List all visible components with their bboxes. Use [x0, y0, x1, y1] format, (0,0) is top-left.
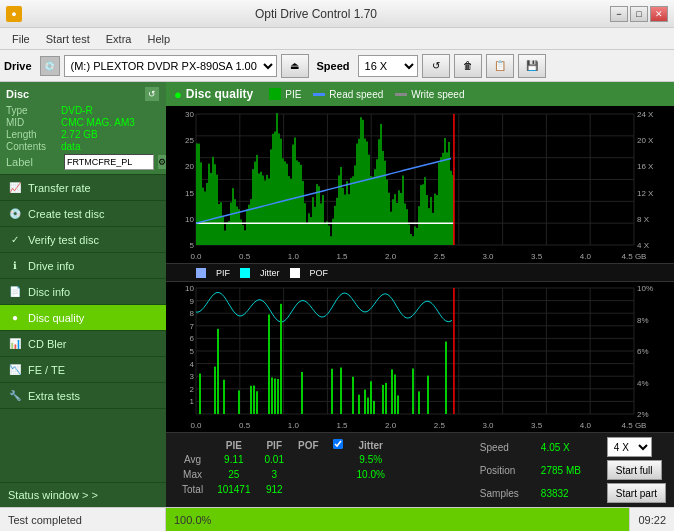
- legend-read-label: Read speed: [329, 89, 383, 100]
- speed-value: 4.05 X: [541, 442, 601, 453]
- sidebar-item-extra-tests[interactable]: 🔧 Extra tests: [0, 383, 166, 409]
- start-full-button[interactable]: Start full: [607, 460, 662, 480]
- disc-refresh-button[interactable]: ↺: [144, 86, 160, 102]
- title-bar: ● Opti Drive Control 1.70 − □ ✕: [0, 0, 674, 28]
- legend-read: Read speed: [329, 89, 383, 100]
- extra-tests-icon: 🔧: [8, 389, 22, 403]
- bottom-chart: [166, 282, 674, 432]
- speed-row: Speed 4.05 X 4 X: [480, 437, 666, 457]
- disc-info-icon: 📄: [8, 285, 22, 299]
- sidebar-item-cd-bler[interactable]: 📊 CD Bler: [0, 331, 166, 357]
- status-window-button[interactable]: Status window > >: [0, 483, 166, 507]
- sidebar-item-disc-info[interactable]: 📄 Disc info: [0, 279, 166, 305]
- status-text: Test completed: [0, 508, 166, 531]
- erase-button[interactable]: 🗑: [454, 54, 482, 78]
- progress-text: 100.0%: [166, 514, 211, 526]
- position-key: Position: [480, 465, 535, 476]
- sidebar-item-drive-info[interactable]: ℹ Drive info: [0, 253, 166, 279]
- cd-bler-label: CD Bler: [28, 338, 67, 350]
- transfer-rate-icon: 📈: [8, 181, 22, 195]
- table-row: Max 25 3 10.0%: [176, 468, 391, 481]
- disc-length-label: Length: [6, 129, 61, 140]
- close-button[interactable]: ✕: [650, 6, 668, 22]
- jitter-checkbox[interactable]: [333, 439, 343, 449]
- row-max-label: Max: [176, 468, 209, 481]
- sidebar-item-fe-te[interactable]: 📉 FE / TE: [0, 357, 166, 383]
- disc-mid-value: CMC MAG. AM3: [61, 117, 135, 128]
- save-button[interactable]: 💾: [518, 54, 546, 78]
- disc-panel-title: Disc: [6, 88, 29, 100]
- start-part-button[interactable]: Start part: [607, 483, 666, 503]
- col-pof: POF: [292, 439, 325, 451]
- fe-te-icon: 📉: [8, 363, 22, 377]
- maximize-button[interactable]: □: [630, 6, 648, 22]
- cd-bler-icon: 📊: [8, 337, 22, 351]
- progress-container: 100.0%: [166, 508, 630, 531]
- verify-test-disc-label: Verify test disc: [28, 234, 99, 246]
- disc-length-value: 2.72 GB: [61, 129, 98, 140]
- samples-value: 83832: [541, 488, 601, 499]
- samples-row: Samples 83832 Start part: [480, 483, 666, 503]
- speed-right-select[interactable]: 4 X: [607, 437, 652, 457]
- disc-type-value: DVD-R: [61, 105, 93, 116]
- disc-contents-value: data: [61, 141, 80, 152]
- legend-pie: PIE: [285, 89, 301, 100]
- status-bar: Test completed 100.0% 09:22: [0, 507, 674, 531]
- row-avg-jitter: 9.5%: [351, 453, 391, 466]
- table-row: Total 101471 912: [176, 483, 391, 496]
- row-max-pif: 3: [259, 468, 290, 481]
- transfer-rate-label: Transfer rate: [28, 182, 91, 194]
- legend-pie-label: PIE: [285, 89, 301, 100]
- chart-header: ● Disc quality PIE Read speed Write spee…: [166, 82, 674, 106]
- legend-write: Write speed: [411, 89, 464, 100]
- stats-area: PIE PIF POF Jitter Avg 9.11 0.01 9.5%: [166, 432, 674, 507]
- sidebar-item-verify-test-disc[interactable]: ✓ Verify test disc: [0, 227, 166, 253]
- disc-info-label: Disc info: [28, 286, 70, 298]
- create-test-disc-label: Create test disc: [28, 208, 104, 220]
- drive-select[interactable]: (M:) PLEXTOR DVDR PX-890SA 1.00: [64, 55, 277, 77]
- disc-label-input[interactable]: [64, 154, 154, 170]
- drive-icon: 💿: [40, 56, 60, 76]
- top-chart: [166, 106, 674, 263]
- menu-file[interactable]: File: [4, 31, 38, 47]
- stats-table: PIE PIF POF Jitter Avg 9.11 0.01 9.5%: [174, 437, 393, 498]
- legend-pof-label: POF: [310, 268, 329, 278]
- sidebar-bottom: Status window > >: [0, 482, 166, 507]
- row-avg-pie: 9.11: [211, 453, 256, 466]
- main-area: Disc ↺ Type DVD-R MID CMC MAG. AM3 Lengt…: [0, 82, 674, 507]
- disc-quality-icon: ●: [8, 311, 22, 325]
- disc-label-label: Label: [6, 156, 61, 168]
- table-row: Avg 9.11 0.01 9.5%: [176, 453, 391, 466]
- position-row: Position 2785 MB Start full: [480, 460, 666, 480]
- sidebar-item-disc-quality[interactable]: ● Disc quality: [0, 305, 166, 331]
- sidebar-item-create-test-disc[interactable]: 💿 Create test disc: [0, 201, 166, 227]
- sidebar-item-transfer-rate[interactable]: 📈 Transfer rate: [0, 175, 166, 201]
- refresh-button[interactable]: ↺: [422, 54, 450, 78]
- speed-label: Speed: [317, 60, 350, 72]
- copy-button[interactable]: 📋: [486, 54, 514, 78]
- position-value: 2785 MB: [541, 465, 601, 476]
- row-total-pie: 101471: [211, 483, 256, 496]
- menu-help[interactable]: Help: [139, 31, 178, 47]
- legend-pif-label: PIF: [216, 268, 230, 278]
- col-pie: PIE: [211, 439, 256, 451]
- status-window-label: Status window > >: [8, 489, 98, 501]
- minimize-button[interactable]: −: [610, 6, 628, 22]
- row-total-jitter: [351, 483, 391, 496]
- window-title: Opti Drive Control 1.70: [22, 7, 610, 21]
- drive-label: Drive: [4, 60, 32, 72]
- row-max-pof: [292, 468, 325, 481]
- menu-start-test[interactable]: Start test: [38, 31, 98, 47]
- menu-extra[interactable]: Extra: [98, 31, 140, 47]
- samples-key: Samples: [480, 488, 535, 499]
- menu-bar: File Start test Extra Help: [0, 28, 674, 50]
- disc-quality-label: Disc quality: [28, 312, 84, 324]
- col-jitter: Jitter: [351, 439, 391, 451]
- row-avg-pif: 0.01: [259, 453, 290, 466]
- legend-jitter-label: Jitter: [260, 268, 280, 278]
- eject-button[interactable]: ⏏: [281, 54, 309, 78]
- speed-select[interactable]: 16 X: [358, 55, 418, 77]
- row-total-pof: [292, 483, 325, 496]
- charts-container: PIF Jitter POF: [166, 106, 674, 432]
- col-pif: PIF: [259, 439, 290, 451]
